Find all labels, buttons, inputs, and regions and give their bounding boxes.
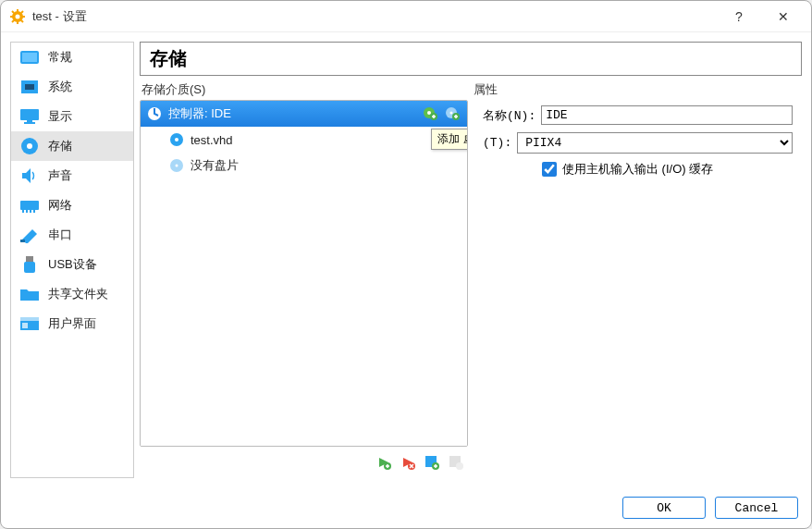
sidebar-item-system[interactable]: 系统 bbox=[11, 72, 133, 102]
cache-checkbox[interactable] bbox=[542, 162, 557, 177]
storage-item-empty-disc[interactable]: 没有盘片 bbox=[141, 153, 467, 178]
svg-rect-14 bbox=[20, 109, 39, 120]
add-hard-disk-icon[interactable] bbox=[423, 105, 439, 122]
name-row: 名称(N): bbox=[483, 105, 793, 125]
page-title: 存储 bbox=[140, 42, 802, 76]
svg-rect-11 bbox=[22, 53, 37, 62]
sidebar-label: 串口 bbox=[48, 227, 72, 243]
attributes-body: 名称(N): (T): PIIX4 使用主机输入输出 (I/O) 缓存 bbox=[474, 100, 802, 183]
sidebar-item-audio[interactable]: 声音 bbox=[11, 161, 133, 191]
sidebar-item-serial[interactable]: 串口 bbox=[11, 220, 133, 250]
controller-row[interactable]: 控制器: IDE bbox=[141, 101, 467, 127]
sidebar-item-display[interactable]: 显示 bbox=[11, 102, 133, 131]
sidebar-label: 常规 bbox=[48, 49, 72, 66]
titlebar: test - 设置 ? ✕ bbox=[1, 1, 811, 32]
sidebar-item-general[interactable]: 常规 bbox=[11, 43, 133, 72]
sidebar-label: 用户界面 bbox=[48, 315, 96, 332]
svg-point-46 bbox=[456, 462, 463, 470]
serial-icon bbox=[18, 226, 41, 244]
sidebar-item-shared[interactable]: 共享文件夹 bbox=[11, 279, 133, 309]
category-sidebar: 常规 系统 显示 存储 声音 网络 bbox=[10, 42, 134, 478]
svg-point-32 bbox=[427, 111, 431, 115]
svg-line-7 bbox=[21, 20, 23, 22]
storage-tree-toolbar bbox=[140, 447, 468, 478]
general-icon bbox=[18, 48, 41, 67]
name-label: 名称(N): bbox=[483, 107, 535, 124]
tooltip: 添加 虚拟 光驱 bbox=[431, 129, 468, 150]
sidebar-label: 声音 bbox=[48, 167, 72, 184]
controller-icon bbox=[146, 105, 163, 122]
name-input[interactable] bbox=[541, 105, 793, 125]
display-icon bbox=[18, 107, 41, 126]
sidebar-label: USB设备 bbox=[48, 256, 97, 273]
sidebar-item-storage[interactable]: 存储 bbox=[11, 131, 133, 161]
controller-label: 控制器: IDE bbox=[168, 105, 231, 122]
close-button[interactable]: ✕ bbox=[765, 9, 802, 24]
sidebar-label: 共享文件夹 bbox=[48, 286, 108, 302]
dialog-footer: OK Cancel bbox=[1, 487, 811, 528]
svg-rect-25 bbox=[26, 256, 33, 262]
sidebar-label: 网络 bbox=[48, 197, 72, 214]
settings-window: test - 设置 ? ✕ 常规 系统 显示 存储 bbox=[0, 0, 812, 529]
svg-point-35 bbox=[450, 112, 453, 115]
storage-item-label: test.vhd bbox=[191, 133, 233, 147]
ok-button[interactable]: OK bbox=[622, 497, 706, 519]
svg-rect-24 bbox=[20, 240, 25, 242]
svg-rect-19 bbox=[20, 201, 39, 210]
hard-disk-icon bbox=[168, 131, 185, 148]
svg-point-1 bbox=[16, 14, 20, 18]
ui-icon bbox=[18, 314, 41, 333]
storage-item-label: 没有盘片 bbox=[191, 157, 239, 174]
sidebar-label: 存储 bbox=[48, 138, 72, 154]
svg-rect-29 bbox=[22, 323, 28, 328]
sidebar-label: 系统 bbox=[48, 79, 72, 95]
remove-attachment-button[interactable] bbox=[446, 452, 466, 473]
window-title: test - 设置 bbox=[32, 8, 713, 25]
audio-icon bbox=[18, 166, 41, 185]
type-row: (T): PIIX4 bbox=[483, 132, 793, 154]
svg-rect-26 bbox=[24, 262, 35, 273]
type-label: (T): bbox=[483, 136, 511, 150]
help-button[interactable]: ? bbox=[720, 9, 757, 24]
type-select[interactable]: PIIX4 bbox=[517, 132, 793, 154]
svg-line-6 bbox=[12, 11, 14, 13]
main-panel: 存储 存储介质(S) 控制器: IDE bbox=[140, 42, 802, 478]
dialog-body: 常规 系统 显示 存储 声音 网络 bbox=[1, 32, 811, 487]
sidebar-item-ui[interactable]: 用户界面 bbox=[11, 309, 133, 338]
add-controller-button[interactable] bbox=[374, 452, 394, 473]
svg-rect-21 bbox=[26, 210, 28, 213]
cache-label: 使用主机输入输出 (I/O) 缓存 bbox=[562, 161, 713, 178]
app-gear-icon bbox=[10, 9, 25, 24]
svg-line-9 bbox=[21, 11, 23, 13]
sidebar-item-network[interactable]: 网络 bbox=[11, 191, 133, 220]
usb-icon bbox=[18, 255, 41, 274]
svg-rect-23 bbox=[33, 210, 35, 213]
add-optical-drive-icon[interactable] bbox=[445, 105, 461, 122]
cancel-button[interactable]: Cancel bbox=[715, 497, 798, 519]
storage-tree-panel: 存储介质(S) 控制器: IDE bbox=[140, 81, 468, 478]
attributes-group-label: 属性 bbox=[474, 81, 802, 98]
svg-point-38 bbox=[175, 138, 178, 141]
folder-icon bbox=[18, 285, 41, 303]
remove-controller-button[interactable] bbox=[398, 452, 418, 473]
panels: 存储介质(S) 控制器: IDE bbox=[140, 81, 802, 478]
sidebar-item-usb[interactable]: USB设备 bbox=[11, 250, 133, 279]
svg-rect-22 bbox=[30, 210, 31, 213]
optical-disc-icon bbox=[168, 157, 185, 174]
svg-rect-16 bbox=[24, 122, 35, 124]
svg-point-18 bbox=[27, 143, 32, 149]
storage-tree[interactable]: 控制器: IDE bbox=[140, 100, 468, 447]
storage-icon bbox=[18, 137, 41, 155]
svg-line-8 bbox=[12, 20, 14, 22]
svg-rect-15 bbox=[27, 120, 32, 122]
storage-item-vhd[interactable]: test.vhd bbox=[141, 127, 467, 153]
add-attachment-button[interactable] bbox=[422, 452, 442, 473]
sidebar-label: 显示 bbox=[48, 108, 72, 125]
storage-group-label: 存储介质(S) bbox=[140, 81, 468, 98]
attributes-panel: 属性 名称(N): (T): PIIX4 bbox=[474, 81, 802, 478]
network-icon bbox=[18, 196, 41, 215]
cache-row: 使用主机输入输出 (I/O) 缓存 bbox=[483, 161, 793, 178]
system-icon bbox=[18, 78, 41, 96]
svg-point-40 bbox=[176, 165, 178, 167]
svg-rect-28 bbox=[20, 317, 39, 321]
